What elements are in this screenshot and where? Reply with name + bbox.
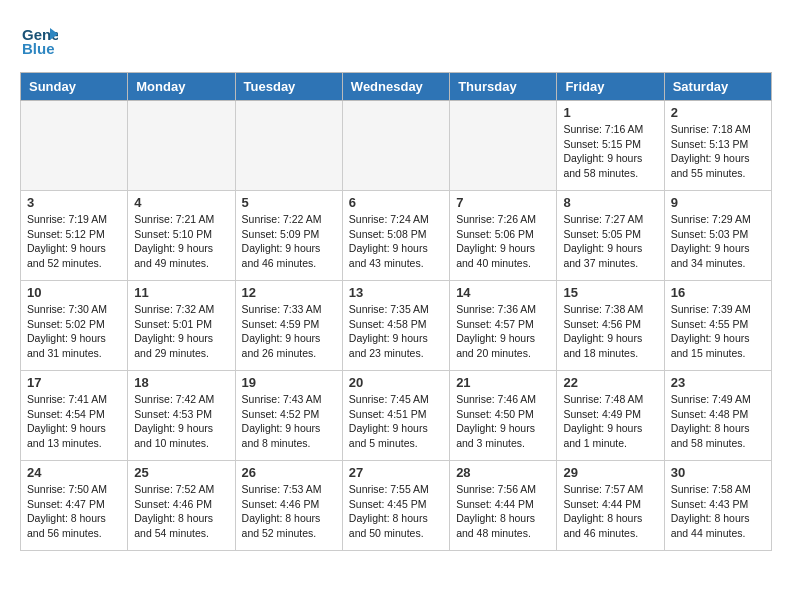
day-number: 1	[563, 105, 657, 120]
day-info: Sunrise: 7:46 AM Sunset: 4:50 PM Dayligh…	[456, 392, 550, 451]
day-number: 12	[242, 285, 336, 300]
day-info: Sunrise: 7:56 AM Sunset: 4:44 PM Dayligh…	[456, 482, 550, 541]
calendar-cell: 28Sunrise: 7:56 AM Sunset: 4:44 PM Dayli…	[450, 461, 557, 551]
day-number: 22	[563, 375, 657, 390]
calendar-cell: 29Sunrise: 7:57 AM Sunset: 4:44 PM Dayli…	[557, 461, 664, 551]
day-info: Sunrise: 7:41 AM Sunset: 4:54 PM Dayligh…	[27, 392, 121, 451]
calendar-cell: 25Sunrise: 7:52 AM Sunset: 4:46 PM Dayli…	[128, 461, 235, 551]
calendar-cell: 16Sunrise: 7:39 AM Sunset: 4:55 PM Dayli…	[664, 281, 771, 371]
day-info: Sunrise: 7:50 AM Sunset: 4:47 PM Dayligh…	[27, 482, 121, 541]
calendar-cell: 26Sunrise: 7:53 AM Sunset: 4:46 PM Dayli…	[235, 461, 342, 551]
weekday-header-thursday: Thursday	[450, 73, 557, 101]
calendar-cell: 3Sunrise: 7:19 AM Sunset: 5:12 PM Daylig…	[21, 191, 128, 281]
day-info: Sunrise: 7:24 AM Sunset: 5:08 PM Dayligh…	[349, 212, 443, 271]
calendar-cell: 12Sunrise: 7:33 AM Sunset: 4:59 PM Dayli…	[235, 281, 342, 371]
day-info: Sunrise: 7:38 AM Sunset: 4:56 PM Dayligh…	[563, 302, 657, 361]
day-number: 11	[134, 285, 228, 300]
calendar-cell: 30Sunrise: 7:58 AM Sunset: 4:43 PM Dayli…	[664, 461, 771, 551]
page-container: General Blue SundayMondayTuesdayWednesda…	[0, 0, 792, 561]
day-info: Sunrise: 7:32 AM Sunset: 5:01 PM Dayligh…	[134, 302, 228, 361]
calendar-cell: 13Sunrise: 7:35 AM Sunset: 4:58 PM Dayli…	[342, 281, 449, 371]
week-row-5: 24Sunrise: 7:50 AM Sunset: 4:47 PM Dayli…	[21, 461, 772, 551]
week-row-2: 3Sunrise: 7:19 AM Sunset: 5:12 PM Daylig…	[21, 191, 772, 281]
day-number: 16	[671, 285, 765, 300]
calendar-cell: 14Sunrise: 7:36 AM Sunset: 4:57 PM Dayli…	[450, 281, 557, 371]
calendar-cell: 8Sunrise: 7:27 AM Sunset: 5:05 PM Daylig…	[557, 191, 664, 281]
week-row-4: 17Sunrise: 7:41 AM Sunset: 4:54 PM Dayli…	[21, 371, 772, 461]
day-info: Sunrise: 7:42 AM Sunset: 4:53 PM Dayligh…	[134, 392, 228, 451]
day-number: 20	[349, 375, 443, 390]
day-number: 23	[671, 375, 765, 390]
calendar-cell: 23Sunrise: 7:49 AM Sunset: 4:48 PM Dayli…	[664, 371, 771, 461]
day-number: 30	[671, 465, 765, 480]
calendar-cell: 15Sunrise: 7:38 AM Sunset: 4:56 PM Dayli…	[557, 281, 664, 371]
week-row-3: 10Sunrise: 7:30 AM Sunset: 5:02 PM Dayli…	[21, 281, 772, 371]
svg-text:Blue: Blue	[22, 40, 55, 57]
day-info: Sunrise: 7:52 AM Sunset: 4:46 PM Dayligh…	[134, 482, 228, 541]
day-info: Sunrise: 7:39 AM Sunset: 4:55 PM Dayligh…	[671, 302, 765, 361]
calendar-cell: 9Sunrise: 7:29 AM Sunset: 5:03 PM Daylig…	[664, 191, 771, 281]
calendar-cell: 5Sunrise: 7:22 AM Sunset: 5:09 PM Daylig…	[235, 191, 342, 281]
day-number: 29	[563, 465, 657, 480]
day-info: Sunrise: 7:26 AM Sunset: 5:06 PM Dayligh…	[456, 212, 550, 271]
day-info: Sunrise: 7:22 AM Sunset: 5:09 PM Dayligh…	[242, 212, 336, 271]
day-number: 10	[27, 285, 121, 300]
calendar-cell: 4Sunrise: 7:21 AM Sunset: 5:10 PM Daylig…	[128, 191, 235, 281]
day-info: Sunrise: 7:43 AM Sunset: 4:52 PM Dayligh…	[242, 392, 336, 451]
calendar-cell: 21Sunrise: 7:46 AM Sunset: 4:50 PM Dayli…	[450, 371, 557, 461]
day-number: 17	[27, 375, 121, 390]
day-info: Sunrise: 7:55 AM Sunset: 4:45 PM Dayligh…	[349, 482, 443, 541]
weekday-header-sunday: Sunday	[21, 73, 128, 101]
day-number: 8	[563, 195, 657, 210]
calendar-cell	[128, 101, 235, 191]
weekday-header-wednesday: Wednesday	[342, 73, 449, 101]
day-number: 24	[27, 465, 121, 480]
calendar-cell	[21, 101, 128, 191]
day-number: 18	[134, 375, 228, 390]
calendar-cell: 10Sunrise: 7:30 AM Sunset: 5:02 PM Dayli…	[21, 281, 128, 371]
day-info: Sunrise: 7:35 AM Sunset: 4:58 PM Dayligh…	[349, 302, 443, 361]
calendar-cell: 17Sunrise: 7:41 AM Sunset: 4:54 PM Dayli…	[21, 371, 128, 461]
calendar-cell: 7Sunrise: 7:26 AM Sunset: 5:06 PM Daylig…	[450, 191, 557, 281]
day-info: Sunrise: 7:36 AM Sunset: 4:57 PM Dayligh…	[456, 302, 550, 361]
calendar-cell: 18Sunrise: 7:42 AM Sunset: 4:53 PM Dayli…	[128, 371, 235, 461]
day-number: 13	[349, 285, 443, 300]
day-number: 2	[671, 105, 765, 120]
day-info: Sunrise: 7:18 AM Sunset: 5:13 PM Dayligh…	[671, 122, 765, 181]
day-number: 28	[456, 465, 550, 480]
day-number: 25	[134, 465, 228, 480]
day-info: Sunrise: 7:29 AM Sunset: 5:03 PM Dayligh…	[671, 212, 765, 271]
day-info: Sunrise: 7:33 AM Sunset: 4:59 PM Dayligh…	[242, 302, 336, 361]
calendar-cell: 1Sunrise: 7:16 AM Sunset: 5:15 PM Daylig…	[557, 101, 664, 191]
calendar-cell	[342, 101, 449, 191]
day-info: Sunrise: 7:16 AM Sunset: 5:15 PM Dayligh…	[563, 122, 657, 181]
calendar-cell: 20Sunrise: 7:45 AM Sunset: 4:51 PM Dayli…	[342, 371, 449, 461]
day-info: Sunrise: 7:53 AM Sunset: 4:46 PM Dayligh…	[242, 482, 336, 541]
calendar-cell: 24Sunrise: 7:50 AM Sunset: 4:47 PM Dayli…	[21, 461, 128, 551]
weekday-header-monday: Monday	[128, 73, 235, 101]
day-info: Sunrise: 7:45 AM Sunset: 4:51 PM Dayligh…	[349, 392, 443, 451]
calendar-table: SundayMondayTuesdayWednesdayThursdayFrid…	[20, 72, 772, 551]
day-number: 7	[456, 195, 550, 210]
day-number: 3	[27, 195, 121, 210]
day-info: Sunrise: 7:58 AM Sunset: 4:43 PM Dayligh…	[671, 482, 765, 541]
calendar-cell: 19Sunrise: 7:43 AM Sunset: 4:52 PM Dayli…	[235, 371, 342, 461]
day-number: 27	[349, 465, 443, 480]
logo-icon: General Blue	[20, 20, 58, 58]
day-number: 21	[456, 375, 550, 390]
calendar-cell: 27Sunrise: 7:55 AM Sunset: 4:45 PM Dayli…	[342, 461, 449, 551]
week-row-1: 1Sunrise: 7:16 AM Sunset: 5:15 PM Daylig…	[21, 101, 772, 191]
day-number: 5	[242, 195, 336, 210]
day-info: Sunrise: 7:21 AM Sunset: 5:10 PM Dayligh…	[134, 212, 228, 271]
day-info: Sunrise: 7:27 AM Sunset: 5:05 PM Dayligh…	[563, 212, 657, 271]
day-number: 9	[671, 195, 765, 210]
calendar-cell: 2Sunrise: 7:18 AM Sunset: 5:13 PM Daylig…	[664, 101, 771, 191]
weekday-header-friday: Friday	[557, 73, 664, 101]
day-number: 15	[563, 285, 657, 300]
weekday-header-saturday: Saturday	[664, 73, 771, 101]
header: General Blue	[20, 20, 772, 62]
day-info: Sunrise: 7:30 AM Sunset: 5:02 PM Dayligh…	[27, 302, 121, 361]
weekday-header-tuesday: Tuesday	[235, 73, 342, 101]
logo: General Blue	[20, 20, 62, 62]
day-number: 19	[242, 375, 336, 390]
